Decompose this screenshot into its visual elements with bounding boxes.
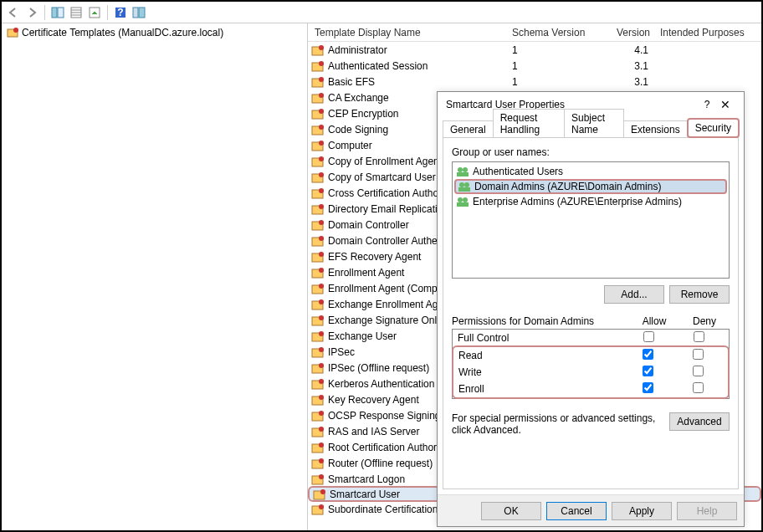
template-row[interactable]: Authenticated Session13.1: [308, 58, 761, 74]
permission-name: Enroll: [458, 383, 622, 395]
security-tab-body: Group or user names: Authenticated Users…: [443, 137, 739, 489]
group-item[interactable]: Domain Admins (AZURE\Domain Admins): [454, 179, 727, 194]
tree-root[interactable]: Certificate Templates (ManualDC.azure.lo…: [3, 25, 305, 40]
view1-icon[interactable]: [49, 4, 66, 21]
view2-icon[interactable]: [68, 4, 84, 21]
svg-point-40: [319, 252, 324, 257]
allow-checkbox[interactable]: [643, 331, 654, 342]
svg-point-12: [13, 28, 18, 33]
permissions-label: Permissions for Domain Admins: [452, 315, 629, 327]
svg-point-76: [459, 182, 464, 187]
svg-point-72: [319, 504, 324, 509]
template-schema: 1: [512, 44, 615, 56]
svg-point-26: [319, 141, 324, 146]
deny-checkbox[interactable]: [693, 349, 704, 360]
svg-point-70: [320, 489, 325, 494]
template-row[interactable]: Basic EFS13.1: [308, 74, 761, 90]
add-button[interactable]: Add...: [604, 285, 664, 304]
svg-point-16: [319, 61, 324, 66]
svg-point-62: [319, 427, 324, 432]
remove-button[interactable]: Remove: [669, 285, 730, 304]
tab-security[interactable]: Security: [687, 118, 740, 138]
permission-name: Read: [458, 350, 622, 361]
allow-checkbox[interactable]: [643, 349, 653, 360]
template-schema: 1: [512, 60, 615, 72]
svg-point-60: [319, 411, 324, 416]
forward-icon[interactable]: [23, 4, 40, 21]
tab-strip: GeneralRequest HandlingSubject NameExten…: [438, 117, 744, 137]
template-version: 3.1: [615, 60, 655, 72]
svg-rect-9: [133, 8, 138, 18]
group-name: Authenticated Users: [473, 166, 563, 177]
list-header: Template Display Name Schema Version Ver…: [308, 23, 761, 42]
template-name: Authenticated Session: [328, 60, 512, 72]
col-intended[interactable]: Intended Purposes: [655, 27, 761, 38]
svg-point-14: [319, 45, 324, 50]
svg-point-58: [319, 395, 324, 400]
cancel-button[interactable]: Cancel: [546, 502, 607, 520]
permission-name: Full Control: [458, 332, 623, 344]
svg-point-24: [319, 125, 324, 130]
svg-point-20: [319, 93, 324, 98]
deny-checkbox[interactable]: [694, 331, 704, 342]
svg-rect-10: [139, 8, 145, 18]
tab-extensions[interactable]: Extensions: [623, 120, 688, 138]
deny-checkbox[interactable]: [693, 366, 704, 376]
group-name: Domain Admins (AZURE\Domain Admins): [474, 181, 661, 192]
dialog-button-row: OK Cancel Apply Help: [438, 494, 744, 526]
template-name: Administrator: [328, 44, 512, 56]
svg-point-46: [319, 299, 324, 304]
view3-icon[interactable]: [131, 4, 147, 21]
svg-point-54: [319, 363, 324, 368]
tab-request-handling[interactable]: Request Handling: [493, 109, 565, 138]
svg-point-56: [319, 379, 324, 384]
svg-point-77: [464, 182, 469, 187]
permission-row: Full Control: [453, 330, 729, 346]
help-button[interactable]: Help: [677, 502, 737, 520]
group-item[interactable]: Authenticated Users: [454, 164, 727, 179]
col-template-name[interactable]: Template Display Name: [308, 27, 512, 38]
svg-point-44: [319, 284, 324, 289]
back-icon[interactable]: [5, 4, 22, 21]
advanced-button[interactable]: Advanced: [669, 412, 730, 431]
template-version: 3.1: [615, 76, 655, 88]
apply-button[interactable]: Apply: [612, 502, 672, 520]
allow-checkbox[interactable]: [643, 382, 653, 393]
group-label: Group or user names:: [452, 146, 730, 158]
svg-point-38: [319, 236, 324, 241]
svg-point-80: [463, 197, 468, 202]
properties-dialog: Smartcard User Properties ? ✕ GeneralReq…: [437, 91, 745, 527]
permissions-list: Full ControlReadWriteEnroll: [452, 329, 730, 399]
allow-checkbox[interactable]: [643, 366, 653, 376]
toolbar: ?: [2, 2, 761, 23]
svg-point-66: [319, 458, 324, 463]
ok-button[interactable]: OK: [481, 502, 541, 520]
svg-rect-1: [58, 8, 64, 18]
tab-subject-name[interactable]: Subject Name: [564, 109, 624, 138]
deny-checkbox[interactable]: [693, 382, 704, 393]
template-version: 4.1: [615, 44, 655, 56]
svg-point-79: [458, 197, 463, 202]
svg-point-36: [319, 220, 324, 225]
group-item[interactable]: Enterprise Admins (AZURE\Enterprise Admi…: [454, 194, 727, 209]
col-schema-version[interactable]: Schema Version: [512, 27, 615, 38]
col-version[interactable]: Version: [615, 27, 655, 38]
svg-point-73: [458, 167, 463, 172]
svg-point-64: [319, 442, 324, 448]
svg-point-74: [463, 167, 468, 172]
deny-header: Deny: [679, 315, 730, 327]
refresh-icon[interactable]: [86, 4, 103, 21]
tree-pane: Certificate Templates (ManualDC.azure.lo…: [2, 23, 308, 530]
close-icon[interactable]: ✕: [715, 98, 735, 111]
tab-general[interactable]: General: [443, 120, 494, 138]
svg-point-48: [319, 315, 324, 320]
svg-point-50: [319, 331, 324, 336]
svg-rect-75: [457, 172, 469, 176]
help-icon[interactable]: ?: [112, 4, 129, 21]
svg-rect-81: [457, 202, 469, 207]
permission-row: Read: [453, 347, 728, 364]
template-row[interactable]: Administrator14.1: [308, 42, 761, 58]
group-listbox[interactable]: Authenticated UsersDomain Admins (AZURE\…: [452, 161, 730, 279]
svg-point-42: [319, 268, 324, 273]
dialog-help-icon[interactable]: ?: [699, 99, 715, 110]
